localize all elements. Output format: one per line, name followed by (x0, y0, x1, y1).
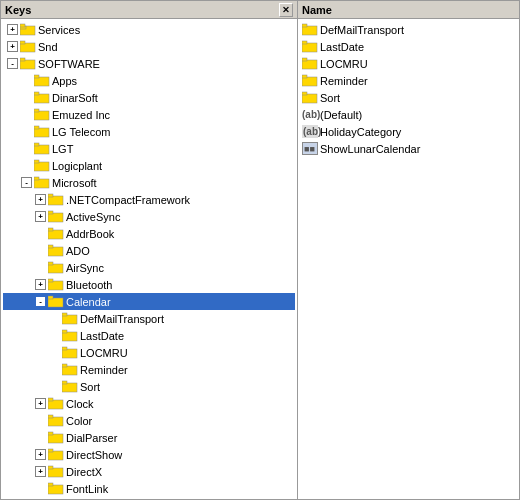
svg-rect-9 (34, 94, 49, 103)
label-r-reminder: Reminder (320, 75, 368, 87)
svg-rect-8 (34, 75, 39, 78)
right-item-sort[interactable]: Sort (300, 89, 517, 106)
tree-item-iffs[interactable]: IFFS (3, 497, 295, 499)
tree-item-clock[interactable]: + Clock (3, 395, 295, 412)
expand-icon-activesync[interactable]: + (35, 211, 46, 222)
tree-item-dialparser[interactable]: DialParser (3, 429, 295, 446)
tree-item-software[interactable]: - SOFTWARE (3, 55, 295, 72)
folder-icon-dialparser (48, 431, 64, 444)
tree-item-lg-telecom[interactable]: LG Telecom (3, 123, 295, 140)
right-item-locmru[interactable]: LOCMRU (300, 55, 517, 72)
label-directx: DirectX (66, 466, 102, 478)
svg-rect-12 (34, 109, 39, 112)
svg-rect-70 (302, 92, 307, 95)
label-dinarsoft: DinarSoft (52, 92, 98, 104)
folder-icon-microsoft (34, 176, 50, 189)
tree-item-activesync[interactable]: + ActiveSync (3, 208, 295, 225)
svg-rect-63 (302, 43, 317, 52)
tree-item-calendar[interactable]: - Calendar (3, 293, 295, 310)
expand-icon-calendar[interactable]: - (35, 296, 46, 307)
folder-icon-r-lastdate (302, 40, 318, 53)
tree-item-netcompact[interactable]: + .NETCompactFramework (3, 191, 295, 208)
right-content[interactable]: DefMailTransport LastDate LOCMRU (298, 19, 519, 499)
folder-icon-lastdate (62, 329, 78, 342)
svg-rect-54 (48, 466, 53, 469)
folder-icon-software (20, 57, 36, 70)
right-item-defmailtransport[interactable]: DefMailTransport (300, 21, 517, 38)
folder-icon-emuzed (34, 108, 50, 121)
svg-rect-43 (62, 383, 77, 392)
tree-item-sort[interactable]: Sort (3, 378, 295, 395)
svg-rect-37 (62, 332, 77, 341)
expand-icon-bluetooth[interactable]: + (35, 279, 46, 290)
right-item-reminder[interactable]: Reminder (300, 72, 517, 89)
right-panel: Name DefMailTransport LastDate (298, 0, 520, 500)
tree-item-lastdate[interactable]: LastDate (3, 327, 295, 344)
right-title-bar: Name (298, 1, 519, 19)
label-microsoft: Microsoft (52, 177, 97, 189)
tree-item-microsoft[interactable]: - Microsoft (3, 174, 295, 191)
tree-item-emuzed[interactable]: Emuzed Inc (3, 106, 295, 123)
svg-rect-52 (48, 449, 53, 452)
tree-item-lgt[interactable]: LGT (3, 140, 295, 157)
tree-item-color[interactable]: Color (3, 412, 295, 429)
tree-item-logicplant[interactable]: Logicplant (3, 157, 295, 174)
right-item-lastdate[interactable]: LastDate (300, 38, 517, 55)
tree-item-reminder[interactable]: Reminder (3, 361, 295, 378)
svg-rect-21 (48, 196, 63, 205)
tree-item-apps[interactable]: Apps (3, 72, 295, 89)
svg-rect-38 (62, 330, 67, 333)
tree-item-airsync[interactable]: AirSync (3, 259, 295, 276)
label-r-sort: Sort (320, 92, 340, 104)
right-item-default[interactable]: (ab) (Default) (300, 106, 517, 123)
expand-icon-microsoft[interactable]: - (21, 177, 32, 188)
expand-icon-directshow[interactable]: + (35, 449, 46, 460)
folder-icon-color (48, 414, 64, 427)
tree-item-directx[interactable]: + DirectX (3, 463, 295, 480)
label-dialparser: DialParser (66, 432, 117, 444)
tree-item-services[interactable]: + Services (3, 21, 295, 38)
tree-item-fontlink[interactable]: FontLink (3, 480, 295, 497)
tree-item-directshow[interactable]: + DirectShow (3, 446, 295, 463)
expand-icon-services[interactable]: + (7, 24, 18, 35)
tree-container[interactable]: + Services + Snd - SOFTWARE (1, 19, 297, 499)
reg-ab-icon-default: (ab) (302, 108, 318, 121)
expand-icon-netcompact[interactable]: + (35, 194, 46, 205)
tree-item-addrbook[interactable]: AddrBook (3, 225, 295, 242)
folder-icon-r-sort (302, 91, 318, 104)
right-item-showlunarcalendar[interactable]: ■■ ShowLunarCalendar (300, 140, 517, 157)
label-software: SOFTWARE (38, 58, 100, 70)
svg-rect-62 (302, 24, 307, 27)
tree-item-defmailtransport[interactable]: DefMailTransport (3, 310, 295, 327)
label-addrbook: AddrBook (66, 228, 114, 240)
right-panel-title: Name (302, 4, 332, 16)
expand-icon-clock[interactable]: + (35, 398, 46, 409)
svg-rect-17 (34, 162, 49, 171)
folder-icon-snd (20, 40, 36, 53)
folder-icon-ado (48, 244, 64, 257)
svg-rect-32 (48, 279, 53, 282)
tree-item-dinarsoft[interactable]: DinarSoft (3, 89, 295, 106)
svg-rect-2 (20, 24, 25, 27)
label-r-holidaycategory: HolidayCategory (320, 126, 401, 138)
close-button[interactable]: ✕ (279, 3, 293, 17)
expand-icon-software[interactable]: - (7, 58, 18, 69)
svg-rect-26 (48, 228, 53, 231)
svg-rect-18 (34, 160, 39, 163)
expand-icon-directx[interactable]: + (35, 466, 46, 477)
tree-item-ado[interactable]: ADO (3, 242, 295, 259)
folder-icon-locmru (62, 346, 78, 359)
folder-icon-directx (48, 465, 64, 478)
tree-item-locmru[interactable]: LOCMRU (3, 344, 295, 361)
tree-item-snd[interactable]: + Snd (3, 38, 295, 55)
label-snd: Snd (38, 41, 58, 53)
right-item-holidaycategory[interactable]: (ab) HolidayCategory (300, 123, 517, 140)
label-netcompact: .NETCompactFramework (66, 194, 190, 206)
expand-icon-snd[interactable]: + (7, 41, 18, 52)
svg-rect-39 (62, 349, 77, 358)
tree-item-bluetooth[interactable]: + Bluetooth (3, 276, 295, 293)
svg-rect-10 (34, 92, 39, 95)
label-r-locmru: LOCMRU (320, 58, 368, 70)
label-lastdate: LastDate (80, 330, 124, 342)
folder-icon-lg-telecom (34, 125, 50, 138)
